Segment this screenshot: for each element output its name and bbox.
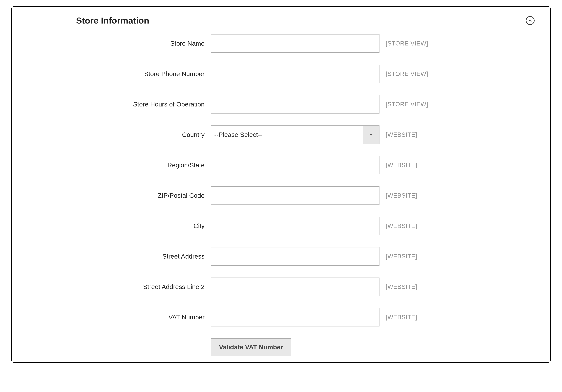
scope-city: [WEBSITE]: [386, 223, 499, 229]
validate-vat-button[interactable]: Validate VAT Number: [211, 338, 291, 356]
row-street2: Street Address Line 2 [WEBSITE]: [31, 277, 531, 296]
section-header: Store Information: [21, 12, 541, 34]
scope-vat: [WEBSITE]: [386, 314, 499, 321]
label-street: Street Address: [63, 253, 205, 260]
zip-input[interactable]: [211, 186, 379, 205]
country-select-wrapper: --Please Select--: [211, 126, 379, 144]
row-validate-vat: Validate VAT Number: [31, 338, 531, 356]
store-phone-input[interactable]: [211, 65, 379, 83]
row-country: Country --Please Select-- [WEBSITE]: [31, 126, 531, 144]
button-wrap: Validate VAT Number: [211, 338, 379, 356]
region-state-input[interactable]: [211, 156, 379, 174]
row-store-name: Store Name [STORE VIEW]: [31, 34, 531, 53]
input-wrap-street2: [211, 277, 379, 296]
scope-store-phone: [STORE VIEW]: [386, 70, 499, 77]
label-zip: ZIP/Postal Code: [63, 192, 205, 199]
vat-input[interactable]: [211, 308, 379, 326]
country-select[interactable]: --Please Select--: [211, 126, 379, 144]
input-wrap-region-state: [211, 156, 379, 174]
scope-zip: [WEBSITE]: [386, 192, 499, 199]
street2-input[interactable]: [211, 277, 379, 296]
scope-store-name: [STORE VIEW]: [386, 40, 499, 47]
label-vat: VAT Number: [63, 314, 205, 321]
label-store-hours: Store Hours of Operation: [63, 101, 205, 108]
input-wrap-store-hours: [211, 95, 379, 114]
label-street2: Street Address Line 2: [63, 283, 205, 290]
row-store-hours: Store Hours of Operation [STORE VIEW]: [31, 95, 531, 114]
input-wrap-city: [211, 217, 379, 235]
scope-store-hours: [STORE VIEW]: [386, 101, 499, 108]
input-wrap-store-phone: [211, 65, 379, 83]
scope-region-state: [WEBSITE]: [386, 162, 499, 169]
input-wrap-country: --Please Select--: [211, 126, 379, 144]
label-store-phone: Store Phone Number: [63, 70, 205, 78]
scope-street2: [WEBSITE]: [386, 284, 499, 290]
input-wrap-vat: [211, 308, 379, 326]
row-zip: ZIP/Postal Code [WEBSITE]: [31, 186, 531, 205]
row-region-state: Region/State [WEBSITE]: [31, 156, 531, 174]
row-vat: VAT Number [WEBSITE]: [31, 308, 531, 326]
row-city: City [WEBSITE]: [31, 217, 531, 235]
chevron-up-icon: [528, 19, 532, 23]
store-information-panel: Store Information Store Name [STORE VIEW…: [11, 6, 551, 363]
row-street: Street Address [WEBSITE]: [31, 247, 531, 266]
label-country: Country: [63, 131, 205, 138]
input-wrap-store-name: [211, 34, 379, 53]
street-input[interactable]: [211, 247, 379, 266]
store-hours-input[interactable]: [211, 95, 379, 114]
label-city: City: [63, 222, 205, 230]
label-region-state: Region/State: [63, 161, 205, 169]
scope-street: [WEBSITE]: [386, 253, 499, 260]
input-wrap-zip: [211, 186, 379, 205]
label-store-name: Store Name: [63, 40, 205, 47]
city-input[interactable]: [211, 217, 379, 235]
scope-country: [WEBSITE]: [386, 131, 499, 138]
section-title: Store Information: [76, 15, 149, 25]
store-name-input[interactable]: [211, 34, 379, 53]
input-wrap-street: [211, 247, 379, 266]
form-body: Store Name [STORE VIEW] Store Phone Numb…: [21, 34, 541, 356]
collapse-toggle-button[interactable]: [526, 16, 535, 25]
row-store-phone: Store Phone Number [STORE VIEW]: [31, 65, 531, 83]
